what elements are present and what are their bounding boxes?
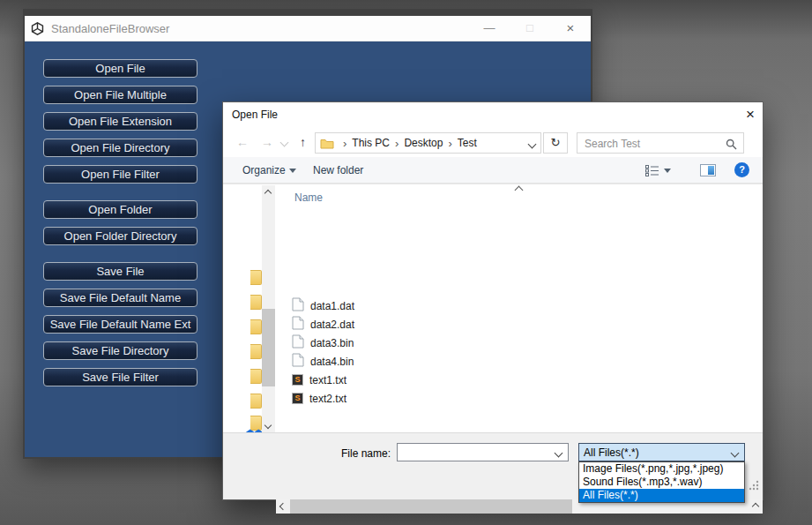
- breadcrumb-test[interactable]: Test: [458, 137, 477, 149]
- breadcrumb-separator-icon: ›: [343, 137, 346, 150]
- file-browser-content: Name data1.dat data2.dat data3.bin data4…: [223, 184, 763, 432]
- sort-ascending-icon[interactable]: [515, 186, 524, 195]
- open-file-multiple-button[interactable]: Open File Multiple: [43, 86, 197, 104]
- view-dropdown-icon[interactable]: [664, 169, 671, 173]
- file-name-input[interactable]: [400, 446, 554, 461]
- sidebar-folder-icon[interactable]: [250, 344, 262, 359]
- address-dropdown-chevron-icon[interactable]: [528, 140, 537, 149]
- save-file-default-name-ext-button[interactable]: Save File Default Name Ext: [43, 315, 197, 334]
- organize-dropdown-icon[interactable]: [289, 169, 296, 173]
- chevron-down-icon[interactable]: [731, 449, 740, 458]
- save-file-filter-button[interactable]: Save File Filter: [43, 368, 197, 386]
- recent-locations-chevron-icon[interactable]: [280, 139, 289, 147]
- file-name: text1.txt: [309, 374, 346, 386]
- command-bar: Organize New folder ?: [223, 157, 763, 184]
- refresh-button[interactable]: ↻: [543, 132, 568, 154]
- sidebar-scrollbar-thumb[interactable]: [262, 309, 275, 386]
- file-name-combo[interactable]: [397, 443, 569, 461]
- open-folder-button[interactable]: Open Folder: [43, 200, 197, 219]
- breadcrumb-desktop[interactable]: Desktop: [404, 137, 443, 149]
- up-icon[interactable]: ↑: [300, 135, 306, 149]
- file-type-combo[interactable]: All Files(*.*): [578, 443, 745, 461]
- file-row[interactable]: data4.bin: [292, 353, 354, 370]
- scroll-up-icon[interactable]: [264, 190, 272, 197]
- search-icon: [726, 138, 737, 154]
- dialog-title: Open File: [232, 109, 278, 121]
- file-row[interactable]: data1.dat: [292, 297, 354, 314]
- sidebar-folder-icon[interactable]: [250, 295, 262, 310]
- breadcrumb-separator-icon: ›: [395, 137, 399, 150]
- open-folder-directory-button[interactable]: Open Folder Directory: [43, 227, 197, 245]
- file-type-selected: All Files(*.*): [584, 446, 639, 459]
- organize-button[interactable]: Organize: [242, 164, 286, 176]
- refresh-icon: ↻: [551, 136, 561, 149]
- unity-title-bar[interactable]: StandaloneFileBrowser — □ ×: [25, 16, 591, 41]
- file-type-option-all-selected[interactable]: All Files(*.*): [579, 489, 744, 502]
- unity-window-title: StandaloneFileBrowser: [51, 22, 469, 35]
- save-file-button[interactable]: Save File: [43, 262, 197, 281]
- preview-pane-fill: [708, 166, 714, 175]
- file-name-label: File name:: [336, 447, 391, 460]
- file-row[interactable]: S text1.txt: [292, 371, 346, 388]
- dialog-footer: File name: All Files(*.*) Image Files(*.…: [223, 432, 763, 499]
- open-file-filter-button[interactable]: Open File Filter: [43, 165, 197, 184]
- unity-logo-icon: [30, 21, 45, 36]
- open-file-button[interactable]: Open File: [43, 59, 197, 78]
- sidebar-scrollbar[interactable]: [262, 185, 275, 433]
- open-file-dialog: Open File × ← → ↑ › This PC › Desktop › …: [222, 101, 764, 500]
- file-name: data2.dat: [310, 319, 354, 331]
- forward-icon[interactable]: →: [261, 135, 273, 149]
- file-type-option-sound[interactable]: Sound Files(*.mp3,*.wav): [579, 476, 744, 489]
- details-view-icon[interactable]: [645, 164, 659, 180]
- address-bar[interactable]: › This PC › Desktop › Test: [315, 132, 541, 154]
- navigation-bar: ← → ↑ › This PC › Desktop › Test ↻: [223, 131, 763, 157]
- file-row[interactable]: data3.bin: [292, 334, 354, 351]
- generic-file-icon: [292, 334, 304, 352]
- new-folder-button[interactable]: New folder: [313, 164, 363, 176]
- open-file-extension-button[interactable]: Open File Extension: [43, 112, 197, 131]
- sidebar-folder-icon[interactable]: [250, 394, 262, 409]
- file-name: data1.dat: [310, 300, 354, 312]
- chevron-down-icon[interactable]: [555, 449, 563, 458]
- file-row[interactable]: S text2.txt: [292, 390, 346, 407]
- save-file-default-name-button[interactable]: Save File Default Name: [43, 289, 197, 307]
- sidebar-folder-icon[interactable]: [250, 369, 262, 384]
- back-icon[interactable]: ←: [236, 135, 249, 149]
- help-icon[interactable]: ?: [734, 162, 749, 177]
- generic-file-icon: [292, 353, 304, 371]
- text-file-icon: S: [292, 393, 303, 404]
- generic-file-icon: [292, 316, 304, 334]
- save-file-directory-button[interactable]: Save File Directory: [43, 341, 197, 360]
- file-name: text2.txt: [309, 393, 346, 405]
- column-header-name[interactable]: Name: [294, 191, 323, 204]
- file-type-dropdown-list: Image Files(*.png,*.jpg,*.jpeg) Sound Fi…: [578, 461, 745, 503]
- open-file-directory-button[interactable]: Open File Directory: [43, 139, 197, 157]
- horizontal-scrollbar-thumb[interactable]: [290, 499, 572, 514]
- scroll-right-icon[interactable]: [752, 503, 759, 510]
- dialog-close-icon[interactable]: ×: [746, 106, 755, 124]
- maximize-icon[interactable]: □: [510, 16, 550, 41]
- scroll-left-icon[interactable]: [279, 503, 287, 510]
- file-type-option-image[interactable]: Image Files(*.png,*.jpg,*.jpeg): [579, 462, 744, 476]
- search-input[interactable]: [583, 135, 723, 153]
- resize-grip[interactable]: [748, 478, 759, 494]
- breadcrumb-separator-icon: ›: [448, 137, 451, 150]
- breadcrumb-this-pc[interactable]: This PC: [352, 137, 390, 149]
- file-name: data3.bin: [310, 337, 354, 349]
- sidebar-folder-icon[interactable]: [250, 270, 262, 285]
- folder-icon: [320, 138, 334, 149]
- scroll-down-icon[interactable]: [264, 422, 272, 429]
- sidebar-folder-icon[interactable]: [250, 319, 262, 334]
- text-file-icon: S: [292, 374, 303, 386]
- search-box[interactable]: [577, 132, 744, 154]
- close-icon[interactable]: ×: [550, 16, 591, 41]
- file-row[interactable]: data2.dat: [292, 316, 354, 333]
- minimize-icon[interactable]: —: [469, 16, 510, 41]
- preview-pane-icon[interactable]: [700, 164, 716, 176]
- file-name: data4.bin: [310, 356, 354, 368]
- generic-file-icon: [292, 297, 304, 315]
